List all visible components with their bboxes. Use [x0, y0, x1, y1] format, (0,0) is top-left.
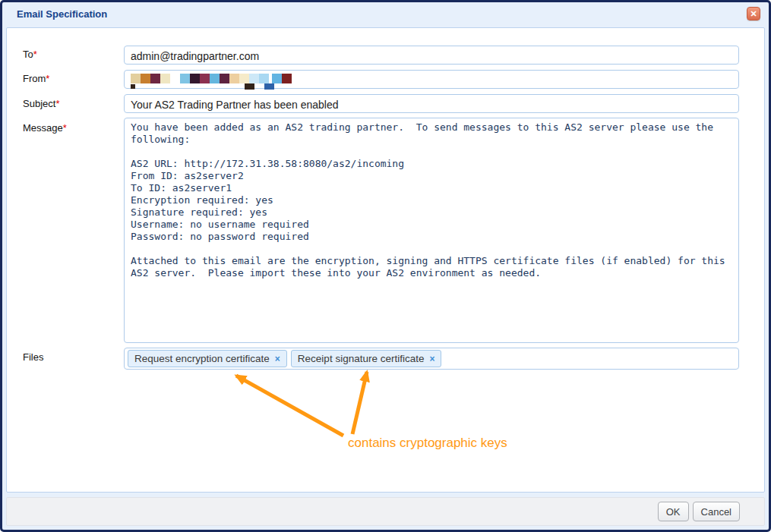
- ok-button[interactable]: OK: [658, 502, 689, 521]
- subject-input[interactable]: [124, 94, 739, 113]
- to-label: To*: [23, 49, 37, 60]
- chip-remove-icon[interactable]: ×: [275, 354, 280, 364]
- dialog-body-panel: To* From* Subject* Message* You have bee…: [6, 27, 765, 493]
- close-button[interactable]: ✕: [747, 7, 760, 20]
- required-marker: *: [63, 122, 67, 134]
- from-label: From*: [23, 73, 49, 84]
- file-chip: Receipt signature certificate ×: [291, 350, 442, 367]
- file-chip-label: Request encryption certificate: [134, 353, 270, 364]
- chip-remove-icon[interactable]: ×: [429, 354, 434, 364]
- email-specification-dialog: Email Specification ✕ To* From* Subject*…: [0, 0, 771, 532]
- from-input[interactable]: [124, 70, 739, 89]
- message-label: Message*: [23, 122, 67, 134]
- file-chip-label: Receipt signature certificate: [298, 353, 425, 364]
- required-marker: *: [33, 49, 37, 60]
- to-input[interactable]: [124, 46, 739, 65]
- files-label: Files: [23, 351, 43, 363]
- cancel-button[interactable]: Cancel: [693, 502, 740, 521]
- arrow-to-encryption-chip: [236, 376, 343, 436]
- arrow-to-signature-chip: [352, 372, 367, 434]
- dialog-titlebar: Email Specification ✕: [2, 2, 769, 27]
- files-input[interactable]: Request encryption certificate × Receipt…: [124, 348, 739, 370]
- dialog-title: Email Specification: [17, 8, 107, 20]
- subject-label: Subject*: [23, 98, 59, 109]
- close-icon: ✕: [750, 9, 757, 18]
- annotation-text: contains cryptographic keys: [348, 436, 507, 451]
- from-redacted-value: [131, 73, 298, 90]
- required-marker: *: [46, 73, 49, 84]
- dialog-footer: OK Cancel: [6, 497, 765, 526]
- file-chip: Request encryption certificate ×: [128, 350, 287, 367]
- message-textarea[interactable]: You have been added as an AS2 trading pa…: [124, 118, 739, 343]
- required-marker: *: [55, 98, 59, 109]
